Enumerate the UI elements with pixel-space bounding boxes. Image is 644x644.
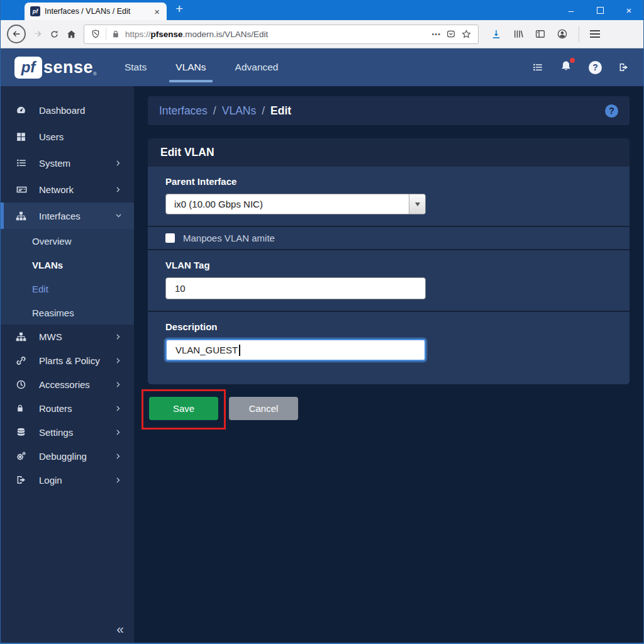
chevron-right-icon	[114, 333, 123, 341]
save-button[interactable]: Save	[149, 397, 218, 420]
window-maximize-button[interactable]	[586, 0, 614, 20]
pfsense-logo[interactable]: pf sense ®	[14, 57, 97, 79]
vlan-tag-value: 10	[175, 283, 186, 294]
vlan-tag-input[interactable]: 10	[165, 277, 426, 299]
back-button[interactable]	[7, 25, 26, 43]
sidebar: Dashboard Users System Network Interface…	[1, 86, 134, 643]
pocket-icon[interactable]	[446, 29, 456, 39]
breadcrumb: Interfaces / VLANs / Edit ?	[148, 96, 630, 125]
sidebar-item-system[interactable]: System	[1, 150, 134, 176]
lock-icon	[16, 404, 28, 413]
tab-close-icon[interactable]: ×	[153, 6, 161, 17]
forward-button[interactable]	[33, 29, 43, 39]
help-icon[interactable]: ?	[589, 61, 602, 74]
home-button[interactable]	[66, 29, 77, 40]
nav-item-stats[interactable]: Stats	[125, 48, 147, 86]
chevron-right-icon	[114, 452, 123, 460]
sidebar-item-interfaces[interactable]: Interfaces	[1, 203, 134, 229]
new-tab-button[interactable]: +	[175, 1, 183, 16]
registered-mark: ®	[93, 71, 97, 77]
sidebar-item-label: Dashboard	[39, 105, 123, 116]
sidebar-item-routers[interactable]: Routers	[1, 396, 134, 420]
edit-vlan-panel: Edit VLAN Parent Interface ix0 (10.00 Gb…	[148, 138, 630, 384]
parent-interface-select[interactable]: ix0 (10.00 Gbps NIC)	[165, 194, 426, 214]
sidebar-item-accessories[interactable]: Accessories	[1, 372, 134, 396]
text-caret	[239, 345, 240, 356]
parent-interface-value: ix0 (10.00 Gbps NIC)	[166, 199, 409, 209]
notifications-button[interactable]	[560, 60, 572, 75]
sidebar-item-network[interactable]: Network	[1, 176, 134, 203]
forward-arrow-icon	[33, 29, 43, 39]
url-bar[interactable]: https://pfsense.modern.is/VLANs/Edit •••	[84, 25, 479, 44]
sidebar-item-debuggling[interactable]: Debuggling	[1, 444, 134, 468]
logout-icon[interactable]	[618, 62, 630, 73]
link-icon	[16, 355, 28, 366]
sidebar-item-label: Network	[39, 184, 114, 195]
sidebar-item-dashboard[interactable]: Dashboard	[1, 97, 134, 123]
list-icon[interactable]	[532, 62, 543, 73]
url-text[interactable]: https://pfsense.modern.is/VLANs/Edit	[125, 30, 426, 39]
sidebar-collapse-button[interactable]: «	[116, 621, 124, 636]
description-input[interactable]: VLAN_GUEST	[165, 339, 426, 361]
sidebar-item-login[interactable]: Login	[1, 468, 134, 492]
sidebar-item-label: Interfaces	[39, 211, 114, 221]
window-close-button[interactable]: ×	[614, 0, 643, 20]
sidebar-toggle-icon[interactable]	[535, 28, 546, 40]
pfsense-logo-mark: pf	[14, 57, 42, 79]
chevron-right-icon	[114, 380, 123, 389]
sidebar-subitem-reasimes[interactable]: Reasimes	[1, 301, 134, 325]
sidebar-item-settings[interactable]: Settings	[1, 420, 134, 444]
menu-icon[interactable]	[590, 30, 600, 38]
chevron-down-icon	[114, 212, 123, 220]
https-lock-icon[interactable]	[111, 30, 120, 38]
sidebar-item-plarts-policy[interactable]: Plarts & Policy	[1, 348, 134, 372]
reload-button[interactable]	[50, 30, 59, 39]
vlan-checkbox[interactable]	[165, 233, 175, 243]
grid-icon	[16, 131, 28, 142]
reload-icon	[50, 30, 59, 39]
sidebar-subitem-overview[interactable]: Overview	[1, 229, 134, 253]
maximize-icon	[597, 7, 604, 14]
toolbar-divider	[579, 26, 579, 42]
url-protocol: https://	[125, 30, 151, 39]
sidebar-item-users[interactable]: Users	[1, 123, 134, 150]
breadcrumb-edit: Edit	[270, 104, 291, 118]
nav-item-advanced[interactable]: Advanced	[235, 48, 279, 86]
url-domain: pfsense	[151, 30, 183, 39]
pfsense-favicon-icon: pf	[30, 6, 40, 16]
vlan-checkbox-label[interactable]: Manpoes VLAN amite	[183, 233, 275, 243]
page-actions-icon[interactable]: •••	[431, 30, 441, 38]
chevron-right-icon	[114, 159, 123, 167]
url-divider	[106, 28, 106, 40]
breadcrumb-interfaces[interactable]: Interfaces	[159, 104, 208, 118]
notification-badge	[570, 58, 575, 63]
url-path: .modern.is/VLANs/Edit	[183, 30, 269, 39]
bookmark-star-icon[interactable]	[461, 29, 472, 40]
tracking-protection-shield-icon[interactable]	[91, 29, 101, 39]
account-icon[interactable]	[557, 28, 568, 40]
panel-title: Edit VLAN	[148, 138, 630, 167]
window-minimize-button[interactable]: –	[557, 0, 586, 20]
sidebar-item-label: Routers	[39, 403, 114, 414]
chevron-right-icon	[114, 404, 123, 413]
browser-tab[interactable]: pf Interfaces / VLANs / Edit ×	[25, 3, 167, 20]
chevron-right-icon	[114, 428, 123, 436]
breadcrumb-vlans[interactable]: VLANs	[222, 104, 256, 118]
vlan-tag-label: VLAN Tag	[165, 260, 617, 270]
sidebar-item-mws[interactable]: MWS	[1, 325, 134, 348]
select-dropdown-icon[interactable]	[409, 194, 425, 214]
sidebar-item-label: Plarts & Policy	[39, 355, 114, 366]
tachometer-icon	[16, 105, 28, 116]
sidebar-subitem-edit[interactable]: Edit	[1, 277, 134, 301]
parent-interface-row: Parent Interface ix0 (10.00 Gbps NIC)	[148, 167, 630, 227]
sidebar-item-label: Debuggling	[39, 451, 114, 462]
gears-icon	[16, 450, 28, 462]
window-titlebar: pf Interfaces / VLANs / Edit × + – ×	[1, 0, 643, 20]
cancel-button[interactable]: Cancel	[229, 397, 298, 420]
library-icon[interactable]	[513, 28, 524, 40]
sidebar-subitem-vlans[interactable]: VLANs	[1, 253, 134, 277]
pfsense-logo-text: sense	[43, 57, 93, 79]
nav-item-vlans[interactable]: VLANs	[175, 48, 206, 86]
page-help-icon[interactable]: ?	[605, 104, 618, 118]
downloads-icon[interactable]	[491, 28, 502, 40]
